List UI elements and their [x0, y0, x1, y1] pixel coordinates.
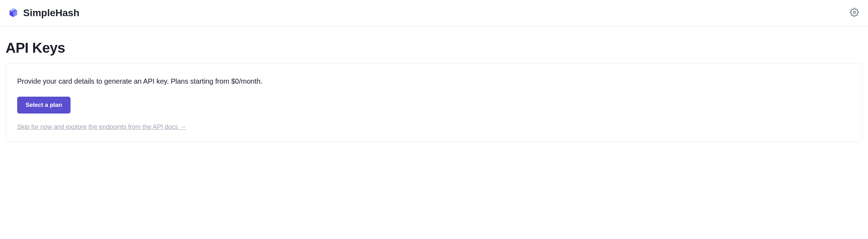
gear-icon [850, 8, 859, 18]
simplehash-logo-icon [7, 7, 20, 19]
header: SimpleHash [0, 0, 868, 26]
settings-button[interactable] [848, 6, 861, 20]
svg-point-0 [853, 11, 856, 14]
card-description: Provide your card details to generate an… [17, 77, 851, 85]
brand-name: SimpleHash [23, 7, 79, 19]
skip-link[interactable]: Skip for now and explore the endpoints f… [17, 123, 186, 131]
api-key-card: Provide your card details to generate an… [6, 63, 862, 142]
logo[interactable]: SimpleHash [7, 7, 79, 19]
page-title: API Keys [6, 40, 862, 56]
select-plan-button[interactable]: Select a plan [17, 97, 71, 114]
main-content: API Keys Provide your card details to ge… [0, 26, 868, 149]
